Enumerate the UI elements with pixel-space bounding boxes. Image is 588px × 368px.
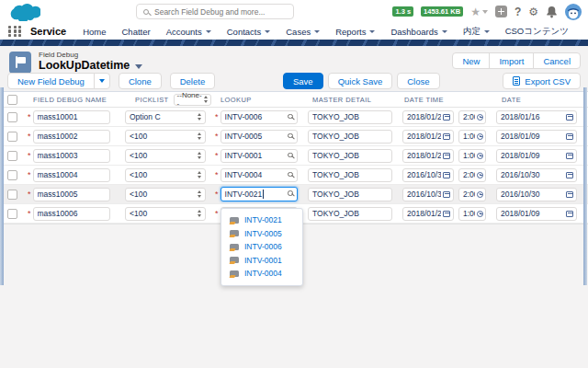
lookup-input[interactable] <box>220 168 298 182</box>
chevron-down-icon <box>369 30 375 33</box>
new-button[interactable]: New <box>452 52 490 69</box>
nav-tab-contacts[interactable]: Contacts <box>227 27 271 37</box>
calendar-icon[interactable] <box>443 114 450 121</box>
lookup-option[interactable]: INTV-0001 <box>221 254 302 268</box>
lookup-search-icon[interactable] <box>288 190 293 196</box>
nav-tab-cases[interactable]: Cases <box>286 27 320 37</box>
global-actions-button[interactable] <box>495 6 507 17</box>
lookup-input[interactable] <box>220 149 298 163</box>
close-button[interactable]: Close <box>397 73 439 89</box>
row-checkbox[interactable] <box>7 209 17 219</box>
field-debug-name-input[interactable] <box>33 207 110 221</box>
export-csv-button[interactable]: Export CSV <box>503 73 581 89</box>
nav-tab-chatter[interactable]: Chatter <box>122 27 151 37</box>
lookup-search-icon[interactable] <box>288 133 293 139</box>
lookup-search-icon[interactable] <box>288 172 293 178</box>
delete-button[interactable]: Delete <box>170 73 215 89</box>
nav-tab-cso-contents[interactable]: CSOコンテンツ <box>505 26 569 38</box>
field-debug-name-input[interactable] <box>33 110 110 124</box>
field-debug-name-input[interactable] <box>33 188 110 201</box>
lookup-input[interactable] <box>220 130 298 144</box>
clock-icon[interactable] <box>477 114 483 121</box>
picklist-select[interactable]: Option C <box>125 110 206 124</box>
calendar-icon[interactable] <box>566 191 573 198</box>
lookup-option[interactable]: INTV-0004 <box>221 267 302 281</box>
chevron-down-icon[interactable] <box>135 64 142 69</box>
row-checkbox[interactable] <box>7 112 17 122</box>
clock-icon[interactable] <box>477 133 483 140</box>
setup-button[interactable]: ⚙ <box>528 6 538 17</box>
required-asterisk: * <box>28 190 31 199</box>
clone-button[interactable]: Clone <box>119 73 162 89</box>
date-input[interactable] <box>496 149 577 163</box>
help-button[interactable]: ? <box>514 6 521 18</box>
calendar-icon[interactable] <box>443 191 450 198</box>
clock-icon[interactable] <box>477 211 483 217</box>
master-detail-input[interactable] <box>308 110 392 124</box>
new-field-debug-button[interactable]: New Field Debug <box>7 73 95 89</box>
nav-tab-home[interactable]: Home <box>83 27 106 37</box>
lookup-input-focused[interactable]: INTV-0021 <box>220 187 298 201</box>
right-scrollbar[interactable] <box>583 87 587 285</box>
lookup-search-icon[interactable] <box>288 114 293 120</box>
calendar-icon[interactable] <box>443 211 450 217</box>
calendar-icon[interactable] <box>566 172 573 178</box>
picklist-select[interactable]: <100 <box>125 130 206 144</box>
select-all-checkbox[interactable] <box>7 95 17 105</box>
picklist-select[interactable]: <100 <box>125 168 206 182</box>
date-input[interactable] <box>496 168 577 182</box>
calendar-icon[interactable] <box>566 153 573 159</box>
picklist-select[interactable]: <100 <box>125 188 206 201</box>
cancel-button[interactable]: Cancel <box>533 52 581 69</box>
calendar-icon[interactable] <box>566 133 573 140</box>
master-detail-input[interactable] <box>308 149 392 163</box>
calendar-icon[interactable] <box>443 133 450 140</box>
quick-save-button[interactable]: Quick Save <box>328 73 393 89</box>
date-input[interactable] <box>496 188 577 201</box>
app-launcher-icon[interactable] <box>8 26 22 38</box>
master-detail-input[interactable] <box>308 207 392 221</box>
date-input[interactable] <box>496 207 577 221</box>
search-input[interactable] <box>154 7 287 17</box>
row-checkbox[interactable] <box>7 170 17 180</box>
nav-tab-dashboards[interactable]: Dashboards <box>390 27 447 37</box>
date-input[interactable] <box>496 130 577 144</box>
avatar[interactable] <box>565 4 582 20</box>
calendar-icon[interactable] <box>443 172 450 178</box>
lookup-search-icon[interactable] <box>288 153 293 158</box>
row-checkbox[interactable] <box>7 151 17 161</box>
lookup-option[interactable]: INTV-0021 <box>221 213 302 227</box>
row-checkbox[interactable] <box>7 132 17 142</box>
chevron-down-icon <box>442 30 447 33</box>
lookup-input[interactable] <box>220 110 298 124</box>
clock-icon[interactable] <box>477 153 483 159</box>
master-detail-input[interactable] <box>308 168 392 182</box>
field-debug-name-input[interactable] <box>33 130 110 144</box>
nav-tab-accounts[interactable]: Accounts <box>166 27 211 37</box>
import-button[interactable]: Import <box>489 52 534 69</box>
calendar-icon[interactable] <box>566 211 573 217</box>
favorites-button[interactable]: ★ <box>470 6 488 17</box>
notifications-button[interactable] <box>546 6 558 18</box>
calendar-icon[interactable] <box>566 114 573 121</box>
new-field-debug-menu-button[interactable] <box>94 73 110 89</box>
lookup-option[interactable]: INTV-0005 <box>221 227 302 241</box>
global-search[interactable] <box>136 4 294 19</box>
nav-tab-reports[interactable]: Reports <box>335 27 375 37</box>
clock-icon[interactable] <box>477 191 483 198</box>
date-input[interactable] <box>496 110 577 124</box>
nav-tab-naitei[interactable]: 内定 <box>463 26 490 38</box>
save-button[interactable]: Save <box>283 73 323 89</box>
left-scrollbar[interactable] <box>0 87 4 285</box>
picklist-select[interactable]: <100 <box>125 207 206 221</box>
picklist-select[interactable]: <100 <box>125 149 206 163</box>
lookup-option[interactable]: INTV-0006 <box>221 240 302 254</box>
picklist-header-select[interactable]: --None-- <box>174 94 211 106</box>
calendar-icon[interactable] <box>443 153 450 159</box>
master-detail-input[interactable] <box>308 188 392 201</box>
clock-icon[interactable] <box>477 172 483 178</box>
row-checkbox[interactable] <box>7 190 17 200</box>
field-debug-name-input[interactable] <box>33 168 110 182</box>
master-detail-input[interactable] <box>308 130 392 144</box>
field-debug-name-input[interactable] <box>33 149 110 163</box>
